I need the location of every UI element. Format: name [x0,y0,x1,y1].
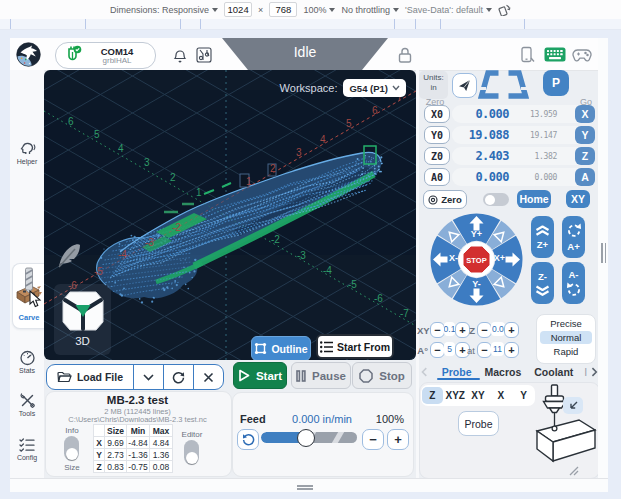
probe-mode-xy[interactable]: XY [468,387,489,404]
devtools-dimensions-select[interactable]: Dimensions: Responsive [110,5,218,15]
viewport-width-input[interactable] [224,2,252,17]
config-list-icon [18,437,36,453]
console-drawer-handle[interactable] [297,485,313,490]
resize-corner-icon[interactable] [569,466,579,476]
jog-z-step-decrease[interactable]: − [477,322,492,338]
machine-status-badge: Idle [222,38,388,70]
probe-mode-x[interactable]: X [490,387,511,404]
go-xy-button[interactable]: XY [566,190,590,208]
zoom-value: 100% [303,5,326,15]
lock-icon[interactable] [397,46,413,64]
sidebar-item-stats[interactable]: Stats [10,350,44,374]
lightweight-mode-feather-icon[interactable] [57,242,82,269]
connection-widget[interactable]: COM14 grblHAL [55,42,156,69]
chevron-down-icon [392,85,400,91]
reload-file-button[interactable] [163,365,193,389]
preset-rapid[interactable]: Rapid [540,345,592,358]
goto-position-button[interactable] [452,73,477,98]
devtools-dimensions-label: Dimensions: Responsive [110,5,209,15]
jog-z-step-value[interactable]: 0.04 [491,322,505,336]
outline-button[interactable]: Outline [251,336,311,360]
zero-z-button[interactable]: Z0 [424,147,450,165]
jog-z-plus-button[interactable]: Z+ [531,216,554,258]
jog-a-step-decrease[interactable]: − [430,342,445,358]
go-a-button[interactable]: A [575,168,595,186]
preset-precise[interactable]: Precise [540,317,592,330]
mpos-toggle[interactable] [483,193,509,206]
sidebar-item-config[interactable]: Config [10,437,44,461]
machine-status-text: Idle [222,44,388,60]
zero-all-button[interactable]: Zero [423,190,467,209]
view-cube-card[interactable]: 3D [54,284,111,355]
chevron-down-icon [143,374,154,381]
play-icon [238,369,250,382]
zero-x-button[interactable]: X0 [424,105,450,123]
file-options-chevron-button[interactable] [133,365,163,389]
start-from-button[interactable]: Start From [316,334,394,359]
stop-button-label: Stop [379,370,405,382]
pause-job-button[interactable]: Pause [291,362,351,389]
close-file-button[interactable] [193,365,223,389]
go-x-button[interactable]: X [575,105,595,123]
right-resize-handle[interactable] [601,243,607,263]
keyboard-icon[interactable] [544,47,566,62]
jog-feed-decrease[interactable]: − [477,342,492,358]
tools-icon [19,392,36,409]
probe-corner-select-button[interactable] [563,397,583,414]
jog-z-step-increase[interactable]: + [504,322,519,338]
tab-probe[interactable]: Probe [442,366,472,378]
viewport-height-input[interactable] [269,2,297,17]
zero-y-button[interactable]: Y0 [424,126,450,144]
plus-label: + [394,432,402,447]
jog-a-step-value[interactable]: 5 [444,342,455,356]
go-z-button[interactable]: Z [575,147,595,165]
park-button[interactable]: P [543,70,569,96]
preset-normal[interactable]: Normal [540,331,592,344]
sidebar-item-helper[interactable]: Helper [10,140,44,165]
jog-z-minus-label: Z- [538,271,547,282]
probe-mode-xyz[interactable]: XYZ [445,387,466,404]
app-logo[interactable] [16,42,41,67]
probe-mode-z[interactable]: Z [422,387,443,404]
info-size-toggle[interactable] [64,436,79,461]
devtools-zoom-select[interactable]: 100% [303,5,335,15]
phone-icon[interactable] [519,46,536,64]
jog-xy-step-value[interactable]: 0.1 [444,322,455,336]
diagnostics-icon[interactable] [196,47,212,63]
home-button[interactable]: Home [517,190,551,208]
right-panel-resizer[interactable] [598,38,608,491]
octagon-stop-icon [359,369,373,383]
start-job-button[interactable]: Start [233,362,287,389]
feed-decrease-button[interactable]: − [362,429,384,450]
feed-reset-button[interactable] [237,429,259,450]
load-file-button[interactable]: Load File [47,365,133,389]
rotate-viewport-icon[interactable] [498,3,511,16]
notifications-bell-icon[interactable] [172,47,188,64]
jog-a-plus-button[interactable]: A+ [562,216,585,258]
feed-slider-thumb[interactable] [297,429,315,447]
jog-feed-value[interactable]: 11 [491,342,504,356]
editor-toggle[interactable] [184,440,199,465]
workspace-select[interactable]: G54 (P1) [343,79,406,97]
go-y-button[interactable]: Y [575,126,595,144]
stop-job-button[interactable]: Stop [352,362,412,389]
sidebar-item-tools[interactable]: Tools [10,392,44,417]
jog-xy-step-decrease[interactable]: − [430,322,445,338]
jog-z-minus-button[interactable]: Z- [531,262,554,304]
tab-macros[interactable]: Macros [485,366,522,378]
scroll-tabs-right-icon[interactable] [591,367,598,377]
gamepad-icon[interactable] [572,48,592,62]
scroll-tabs-left-icon[interactable] [421,367,428,377]
minus-label: − [434,344,440,356]
devtools-throttling-select[interactable]: No throttling [341,5,399,15]
jog-feed-increase[interactable]: + [504,342,519,358]
tab-coolant[interactable]: Coolant [534,366,573,378]
visualizer[interactable]: 1234567-2-3-4-5-6 654321-2-3-4-5-6-7 Wor… [44,70,416,360]
screen: Dimensions: Responsive × 100% No throttl… [0,0,621,499]
jog-a-minus-button[interactable]: A- [562,262,585,304]
feed-increase-button[interactable]: + [387,429,409,450]
zero-a-button[interactable]: A0 [424,168,450,186]
probe-button[interactable]: Probe [458,411,499,436]
devtools-savedata-select[interactable]: 'Save-Data': default [405,5,492,15]
jog-direction-label: Y- [472,279,481,289]
